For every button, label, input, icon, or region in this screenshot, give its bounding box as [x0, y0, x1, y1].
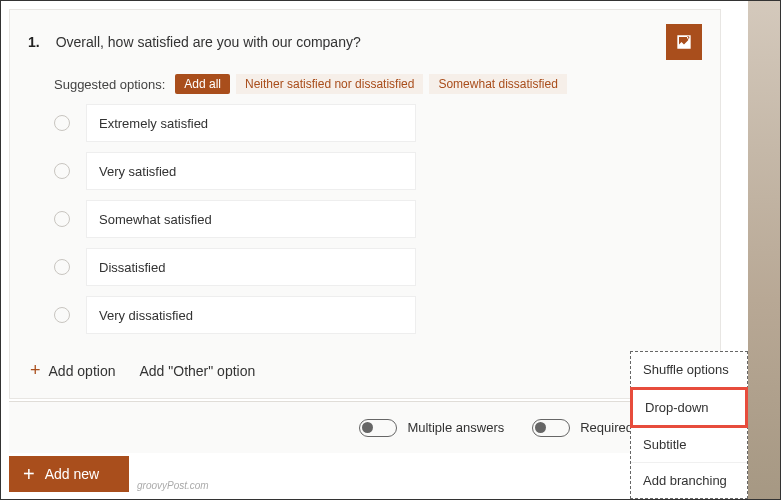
add-other-label: Add "Other" option	[139, 363, 255, 379]
question-toolbar: Multiple answers Required ⋯	[9, 401, 721, 453]
add-option-label: Add option	[49, 363, 116, 379]
option-input[interactable]: Somewhat satisfied	[86, 200, 416, 238]
image-icon	[674, 32, 694, 52]
option-row: Somewhat satisfied	[54, 200, 676, 238]
suggested-options-row: Suggested options: Add all Neither satis…	[10, 74, 720, 104]
suggested-chip[interactable]: Neither satisfied nor dissatisfied	[236, 74, 423, 94]
multiple-answers-toggle[interactable]: Multiple answers	[359, 419, 504, 437]
radio-icon	[54, 211, 70, 227]
add-option-button[interactable]: + Add option	[30, 360, 115, 381]
option-row: Dissatisfied	[54, 248, 676, 286]
question-card: 1. Overall, how satisfied are you with o…	[9, 9, 721, 399]
watermark: groovyPost.com	[137, 480, 209, 491]
add-all-chip[interactable]: Add all	[175, 74, 230, 94]
option-row: Extremely satisfied	[54, 104, 676, 142]
plus-icon: +	[30, 360, 41, 381]
add-new-button[interactable]: + Add new	[9, 456, 129, 492]
toggle-off-icon	[359, 419, 397, 437]
menu-shuffle-options[interactable]: Shuffle options	[631, 352, 747, 388]
insert-image-button[interactable]	[666, 24, 702, 60]
option-input[interactable]: Very dissatisfied	[86, 296, 416, 334]
option-input[interactable]: Very satisfied	[86, 152, 416, 190]
menu-subtitle[interactable]: Subtitle	[631, 427, 747, 463]
suggested-label: Suggested options:	[54, 77, 165, 92]
add-other-button[interactable]: Add "Other" option	[139, 363, 255, 379]
menu-drop-down[interactable]: Drop-down	[630, 387, 748, 428]
question-header: 1. Overall, how satisfied are you with o…	[10, 10, 720, 74]
option-input[interactable]: Dissatisfied	[86, 248, 416, 286]
option-input[interactable]: Extremely satisfied	[86, 104, 416, 142]
toggle-label: Multiple answers	[407, 420, 504, 435]
option-row: Very satisfied	[54, 152, 676, 190]
plus-icon: +	[23, 463, 35, 486]
menu-add-branching[interactable]: Add branching	[631, 463, 747, 498]
add-option-row: + Add option Add "Other" option	[10, 344, 720, 381]
toggle-off-icon	[532, 419, 570, 437]
more-options-menu: Shuffle options Drop-down Subtitle Add b…	[630, 351, 748, 499]
required-toggle[interactable]: Required	[532, 419, 633, 437]
radio-icon	[54, 163, 70, 179]
suggested-chip[interactable]: Somewhat dissatisfied	[429, 74, 566, 94]
option-row: Very dissatisfied	[54, 296, 676, 334]
options-list: Extremely satisfied Very satisfied Somew…	[10, 104, 720, 334]
question-number: 1.	[28, 34, 40, 50]
radio-icon	[54, 115, 70, 131]
radio-icon	[54, 307, 70, 323]
add-new-label: Add new	[45, 466, 99, 482]
toggle-label: Required	[580, 420, 633, 435]
radio-icon	[54, 259, 70, 275]
background-strip	[748, 1, 780, 499]
question-text[interactable]: Overall, how satisfied are you with our …	[56, 34, 666, 50]
